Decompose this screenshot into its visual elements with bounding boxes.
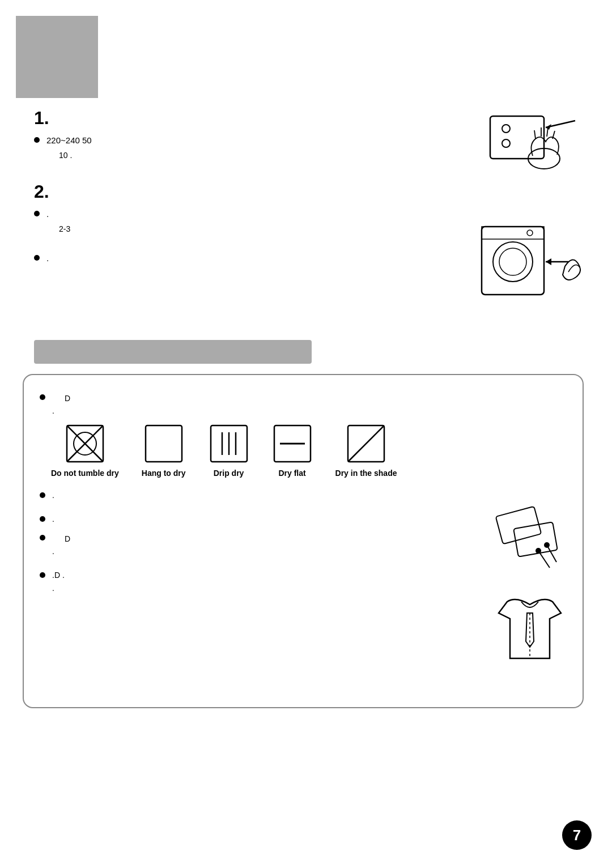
info-bullet-4-text: . bbox=[52, 545, 381, 558]
info-bullet-3-text: . bbox=[52, 513, 381, 525]
symbol-no-tumble: Do not tumble dry bbox=[51, 423, 119, 478]
top-gray-square bbox=[16, 16, 98, 98]
bullet-dot bbox=[40, 572, 45, 578]
svg-rect-10 bbox=[482, 227, 544, 295]
symbol-drip: Drip dry bbox=[209, 423, 249, 478]
section-1-bullet-1: 220~240 50 10 . bbox=[34, 134, 363, 161]
svg-rect-13 bbox=[482, 227, 544, 239]
section-2-number: 2. bbox=[34, 181, 363, 202]
svg-point-2 bbox=[502, 139, 510, 147]
info-bullet-2: . bbox=[40, 489, 564, 501]
svg-marker-16 bbox=[546, 258, 551, 265]
bullet-dot bbox=[40, 492, 45, 498]
symbols-row: Do not tumble dry Hang to dry Drip dry bbox=[51, 423, 564, 478]
section-2-bullet-1-text: . bbox=[46, 209, 49, 219]
mid-illustration bbox=[479, 221, 581, 320]
info-illustration-pins bbox=[493, 505, 567, 576]
symbol-hang: Hang to dry bbox=[142, 423, 186, 478]
info-bullet-1: D . bbox=[40, 391, 564, 418]
svg-line-32 bbox=[538, 551, 550, 568]
info-bullet-3: . bbox=[40, 513, 564, 525]
bullet-dot bbox=[40, 516, 45, 522]
svg-point-1 bbox=[502, 125, 510, 133]
info-bullet-5-sub: . bbox=[52, 582, 381, 594]
symbol-flat: Dry flat bbox=[272, 423, 313, 478]
info-box: D . Do not tumble dry bbox=[23, 374, 584, 708]
svg-point-14 bbox=[527, 230, 533, 236]
info-bullet-4-prefix: D bbox=[65, 533, 381, 545]
svg-point-12 bbox=[499, 248, 526, 275]
symbol-no-tumble-label: Do not tumble dry bbox=[51, 469, 119, 478]
svg-rect-21 bbox=[146, 426, 182, 462]
symbol-flat-label: Dry flat bbox=[278, 469, 305, 478]
info-bullet-5-text: .D . bbox=[52, 569, 381, 581]
symbol-hang-label: Hang to dry bbox=[142, 469, 186, 478]
svg-line-8 bbox=[547, 127, 548, 137]
gray-bar bbox=[34, 340, 312, 364]
info-bullet-2-text: . bbox=[52, 489, 381, 501]
bullet-dot bbox=[40, 394, 45, 400]
svg-rect-0 bbox=[490, 116, 544, 159]
section-2-bullet-1: . 2-3 bbox=[34, 208, 363, 235]
bullet-dot bbox=[34, 255, 40, 261]
section-2: 2. . 2-3 . bbox=[34, 181, 363, 269]
symbol-drip-label: Drip dry bbox=[214, 469, 244, 478]
svg-line-6 bbox=[534, 130, 536, 139]
symbol-shade: Dry in the shade bbox=[335, 423, 397, 478]
top-illustration bbox=[484, 105, 581, 189]
page-number: 7 bbox=[562, 820, 592, 850]
svg-point-33 bbox=[536, 548, 541, 554]
info-bullet-1-text: . bbox=[52, 405, 70, 417]
symbol-shade-label: Dry in the shade bbox=[335, 469, 397, 478]
svg-point-35 bbox=[544, 542, 550, 548]
section-1-number: 1. bbox=[34, 108, 363, 129]
section-1: 1. 220~240 50 10 . bbox=[34, 108, 363, 166]
svg-line-34 bbox=[547, 545, 556, 562]
section-1-bullet-1-sub: 10 . bbox=[59, 150, 92, 161]
section-2-bullet-1-sub: 2-3 bbox=[59, 223, 70, 235]
svg-line-29 bbox=[348, 426, 384, 462]
info-bullet-1-prefix: D bbox=[65, 392, 70, 405]
info-illustration-shirt bbox=[493, 585, 567, 666]
bullet-dot bbox=[34, 211, 40, 216]
section-2-bullet-2: . bbox=[34, 252, 363, 265]
info-bullet-4: D . bbox=[40, 531, 564, 558]
info-bullet-5: .D . . bbox=[40, 569, 564, 594]
section-1-bullet-1-text: 220~240 50 bbox=[46, 135, 92, 145]
bullet-dot bbox=[40, 535, 45, 541]
bullet-dot bbox=[34, 137, 40, 143]
section-2-bullet-2-text: . bbox=[46, 253, 49, 263]
